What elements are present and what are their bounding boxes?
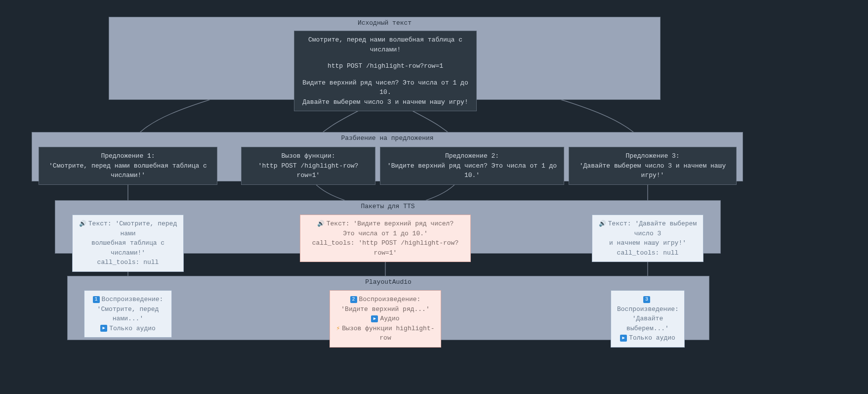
- play-icon: ▶: [371, 315, 378, 322]
- playout-3-title: Воспроизведение:: [617, 306, 679, 313]
- playout-1-title: Воспроизведение:: [102, 296, 164, 303]
- play-icon: ▶: [100, 325, 107, 332]
- bolt-icon: ⚡: [336, 325, 340, 332]
- panel-tts-title: Пакеты для TTS: [55, 201, 720, 213]
- sentence-3: Предложение 3: 'Давайте выберем число 3 …: [569, 147, 737, 185]
- sentence-2-title: Предложение 2:: [386, 151, 558, 161]
- playout-1-text: 'Смотрите, перед нами...': [90, 305, 165, 324]
- play-icon: ▶: [620, 335, 627, 342]
- packet-3-text2: и начнем нашу игру!': [598, 238, 697, 248]
- panel-split-title: Разбиение на предложения: [32, 132, 743, 145]
- playout-2-title: Воспроизведение:: [359, 296, 421, 303]
- packet-3-calltools: call_tools: null: [598, 248, 697, 258]
- source-line1: Смотрите, перед нами волшебная таблица с…: [300, 35, 470, 54]
- playout-2-func: Вызов функции highlight-row: [342, 325, 434, 342]
- playout-3-audio: Только аудио: [629, 334, 675, 342]
- badge-icon: 1: [93, 296, 100, 303]
- sentence-3-title: Предложение 3:: [575, 151, 730, 161]
- sentence-1-title: Предложение 1:: [45, 151, 211, 161]
- packet-1-text: Текст: 'Смотрите, перед нами: [88, 220, 177, 237]
- packet-2-text2: Это числа от 1 до 10.': [306, 229, 464, 239]
- packet-2-calltools: call_tools: 'http POST /highlight-row?ro…: [306, 238, 464, 258]
- source-line3: Видите верхний ряд чисел? Это числа от 1…: [300, 78, 470, 97]
- packet-2: 🔊Текст: 'Видите верхний ряд чисел? Это ч…: [300, 215, 471, 262]
- panel-playout-title: PlayoutAudio: [68, 276, 709, 289]
- playout-2-audio: Аудио: [380, 315, 399, 322]
- packet-3-text: Текст: 'Давайте выберем число 3: [608, 220, 697, 237]
- speaker-icon: 🔊: [317, 219, 325, 228]
- playout-1: 1Воспроизведение: 'Смотрите, перед нами.…: [84, 290, 172, 338]
- sentence-2-text: 'Видите верхний ряд чисел? Это числа от …: [386, 161, 558, 180]
- sentence-2: Предложение 2: 'Видите верхний ряд чисел…: [380, 147, 564, 185]
- speaker-icon: 🔊: [599, 219, 606, 228]
- panel-source-title: Исходный текст: [109, 17, 660, 30]
- playout-1-audio: Только аудио: [109, 325, 156, 332]
- packet-3: 🔊Текст: 'Давайте выберем число 3 и начне…: [592, 215, 703, 262]
- source-line2: http POST /highlight-row?row=1: [300, 61, 470, 71]
- source-text-box: Смотрите, перед нами волшебная таблица с…: [294, 31, 477, 111]
- playout-3-text: 'Давайте выберем...': [617, 314, 678, 333]
- badge-icon: 2: [350, 296, 357, 303]
- badge-icon: 3: [643, 296, 650, 303]
- source-line4: Давайте выберем число 3 и начнем нашу иг…: [300, 97, 470, 107]
- sentence-func: Вызов функции: 'http POST /highlight-row…: [241, 147, 375, 185]
- sentence-func-text: 'http POST /highlight-row?row=1': [248, 161, 369, 180]
- sentence-func-title: Вызов функции:: [248, 151, 369, 161]
- packet-1-calltools: call_tools: null: [79, 258, 177, 267]
- packet-1: 🔊Текст: 'Смотрите, перед нами волшебная …: [72, 215, 184, 272]
- playout-2: 2Воспроизведение: 'Видите верхний ряд...…: [330, 290, 441, 348]
- playout-2-text: 'Видите верхний ряд...': [336, 305, 435, 314]
- packet-2-text: Текст: 'Видите верхний ряд чисел?: [327, 220, 454, 227]
- playout-3: 3Воспроизведение: 'Давайте выберем...' ▶…: [611, 290, 685, 348]
- sentence-1-text: 'Смотрите, перед нами волшебная таблица …: [45, 161, 211, 180]
- speaker-icon: 🔊: [79, 219, 86, 228]
- sentence-3-text: 'Давайте выберем число 3 и начнем нашу и…: [575, 161, 730, 180]
- sentence-1: Предложение 1: 'Смотрите, перед нами вол…: [39, 147, 217, 185]
- packet-1-text2: волшебная таблица с числами!': [79, 238, 177, 258]
